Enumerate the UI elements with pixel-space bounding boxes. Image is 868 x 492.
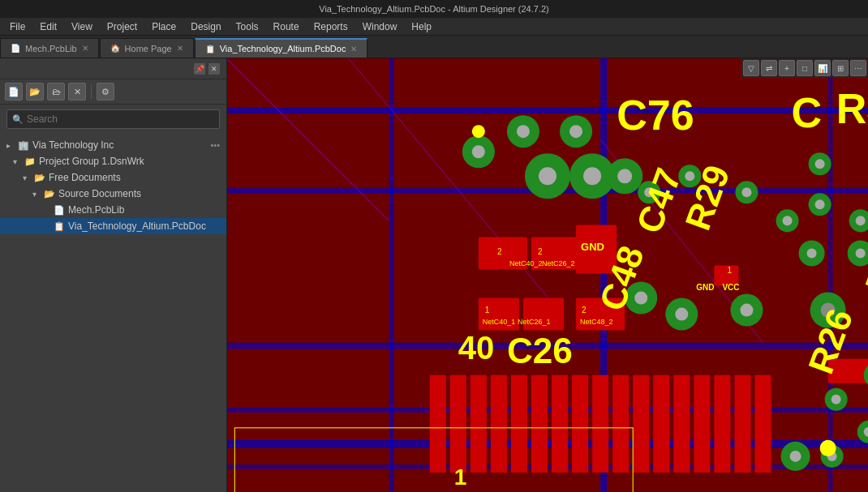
svg-point-64 (815, 159, 825, 169)
menu-bar: FileEditViewProjectPlaceDesignToolsRoute… (0, 18, 868, 36)
settings-button[interactable]: ⚙ (97, 83, 114, 101)
tab-close-mech-pcblib[interactable]: ✕ (82, 44, 88, 53)
svg-text:C26: C26 (507, 331, 573, 370)
tree-icon-project-group: 📁 (24, 156, 36, 167)
tree-ellipsis-via-tech-inc[interactable]: ••• (210, 140, 220, 150)
tree-node-via-tech-pcbdoc[interactable]: 📋Via_Technology_Altium.PcbDoc (0, 218, 226, 234)
svg-point-68 (583, 167, 601, 185)
close-button[interactable]: ✕ (68, 83, 86, 101)
tab-icon-mech-pcblib: 📄 (11, 44, 20, 53)
rect-button[interactable]: □ (797, 60, 813, 76)
panel-close-button[interactable]: ✕ (208, 63, 220, 75)
tree-icon-via-tech-pcbdoc: 📋 (54, 221, 65, 232)
svg-rect-40 (734, 375, 750, 473)
panel-header: 📌 ✕ (0, 58, 226, 79)
open-button[interactable]: 📂 (26, 83, 44, 101)
svg-text:2: 2 (497, 247, 502, 256)
svg-rect-38 (694, 375, 710, 473)
svg-text:NetC26_1: NetC26_1 (518, 318, 551, 326)
tree-arrow-source-documents: ▾ (32, 190, 41, 199)
content-area: C76 C47 R29 C R3 C48 GND GND VCC R27 (227, 58, 868, 492)
menu-route[interactable]: Route (267, 19, 306, 34)
tab-close-home-page[interactable]: ✕ (177, 44, 183, 53)
tab-icon-via-tech-pcbdoc: 📋 (205, 45, 215, 53)
tree-node-mech-pcblib[interactable]: 📄Mech.PcbLib (0, 202, 226, 218)
tree-arrow-free-documents: ▾ (23, 173, 31, 182)
tab-mech-pcblib[interactable]: 📄Mech.PcbLib✕ (0, 38, 99, 58)
tree-node-via-tech-inc[interactable]: ▸🏢Via Technology Inc••• (0, 137, 226, 153)
menu-view[interactable]: View (65, 19, 99, 34)
tree-node-project-group[interactable]: ▾📁Project Group 1.DsnWrk (0, 153, 226, 169)
svg-text:GND: GND (696, 283, 714, 292)
svg-point-66 (539, 167, 556, 185)
svg-rect-9 (828, 58, 833, 492)
menu-file[interactable]: File (3, 19, 32, 34)
panel-controls: 📌 ✕ (194, 63, 220, 75)
svg-point-72 (675, 308, 688, 321)
panel-toolbar: 📄 📂 🗁 ✕ ⚙ (0, 79, 226, 105)
menu-edit[interactable]: Edit (33, 19, 63, 34)
svg-point-82 (856, 248, 866, 258)
svg-text:NetC40_2: NetC40_2 (509, 259, 543, 267)
tree-arrow-project-group: ▾ (13, 157, 21, 166)
add-button[interactable]: + (779, 60, 795, 76)
svg-point-62 (856, 216, 866, 225)
menu-window[interactable]: Window (356, 19, 404, 34)
tree-label-free-documents: Free Documents (49, 172, 220, 183)
open-folder-button[interactable]: 🗁 (47, 83, 65, 101)
svg-point-44 (472, 145, 485, 158)
route-button[interactable]: ⇌ (761, 60, 777, 76)
svg-point-80 (807, 248, 817, 258)
pcb-canvas[interactable]: C76 C47 R29 C R3 C48 GND GND VCC R27 (227, 58, 868, 492)
svg-rect-29 (511, 375, 527, 473)
svg-rect-1 (227, 107, 868, 113)
right-toolbar: ▽ ⇌ + □ 📊 ⊞ ⋯ (741, 58, 868, 78)
tree-node-free-documents[interactable]: ▾📂Free Documents (0, 169, 226, 186)
chart-button[interactable]: 📊 (814, 60, 831, 76)
more-button[interactable]: ⋯ (850, 60, 866, 76)
tab-label-via-tech-pcbdoc: Via_Technology_Altium.PcbDoc (220, 44, 346, 53)
svg-rect-27 (471, 375, 487, 473)
new-project-button[interactable]: 📄 (5, 83, 23, 101)
menu-design[interactable]: Design (184, 19, 227, 34)
svg-point-58 (783, 216, 793, 225)
svg-rect-41 (754, 375, 771, 473)
menu-project[interactable]: Project (101, 19, 144, 34)
svg-point-74 (740, 304, 753, 317)
tab-via-tech-pcbdoc[interactable]: 📋Via_Technology_Altium.PcbDoc✕ (195, 38, 368, 58)
svg-text:VCC: VCC (722, 283, 739, 292)
menu-reports[interactable]: Reports (307, 19, 355, 34)
tree-node-source-documents[interactable]: ▾📂Source Documents (0, 186, 226, 202)
filter-button[interactable]: ▽ (743, 60, 759, 76)
menu-help[interactable]: Help (405, 19, 438, 34)
svg-rect-26 (450, 375, 466, 473)
tree-arrow-via-tech-inc: ▸ (6, 141, 15, 150)
tab-close-via-tech-pcbdoc[interactable]: ✕ (350, 45, 357, 53)
tree-label-via-tech-pcbdoc: Via_Technology_Altium.PcbDoc (68, 220, 220, 232)
menu-place[interactable]: Place (145, 19, 183, 34)
tree-label-source-documents: Source Documents (58, 188, 220, 199)
search-input[interactable] (27, 113, 214, 125)
tree-icon-source-documents: 📂 (44, 189, 55, 199)
panel-pin-button[interactable]: 📌 (194, 63, 205, 75)
svg-point-91 (472, 125, 485, 138)
menu-tools[interactable]: Tools (230, 19, 265, 34)
svg-point-50 (617, 169, 632, 183)
svg-text:NetC48_2: NetC48_2 (580, 318, 613, 326)
tab-home-page[interactable]: 🏠Home Page✕ (100, 38, 194, 58)
svg-point-46 (517, 125, 530, 138)
svg-rect-7 (389, 58, 394, 492)
svg-text:1: 1 (727, 266, 732, 275)
svg-rect-28 (491, 375, 507, 473)
toolbar-separator (91, 84, 92, 99)
svg-rect-37 (673, 375, 690, 473)
search-icon: 🔍 (12, 114, 24, 125)
svg-text:C: C (792, 89, 823, 136)
svg-text:40: 40 (458, 330, 495, 366)
tab-icon-home-page: 🏠 (110, 44, 120, 53)
search-box[interactable]: 🔍 (6, 109, 220, 129)
grid-button[interactable]: ⊞ (832, 60, 849, 76)
svg-rect-32 (572, 375, 588, 473)
svg-rect-30 (531, 375, 548, 473)
tree-label-via-tech-inc: Via Technology Inc (32, 139, 210, 151)
